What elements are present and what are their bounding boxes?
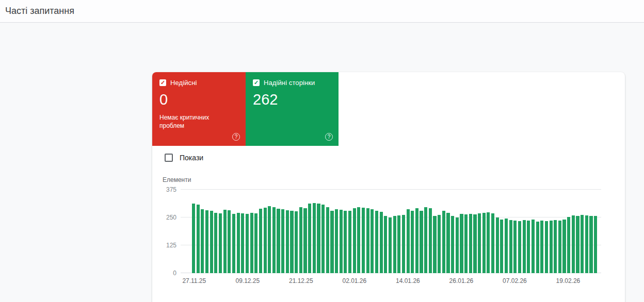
chart-bar[interactable] [540,221,543,273]
chart-bar[interactable] [246,214,249,273]
chart-bar[interactable] [389,217,392,273]
chart-bar[interactable] [572,215,575,273]
chart-bar[interactable] [518,221,521,273]
chart-bar[interactable] [366,208,369,273]
invalid-checkbox[interactable]: ✓ [159,79,166,86]
chart-bar[interactable] [290,211,293,273]
chart-bar[interactable] [407,209,410,273]
chart-bar[interactable] [380,212,383,273]
chart-bar[interactable] [210,211,213,273]
chart-bar[interactable] [487,212,490,273]
chart-bar[interactable] [473,214,476,273]
chart-bar[interactable] [192,204,195,273]
help-icon[interactable]: ? [325,133,333,141]
chart-bar[interactable] [353,208,356,273]
chart-bar[interactable] [429,208,432,273]
chart-bar[interactable] [277,209,280,273]
help-icon[interactable]: ? [232,133,240,141]
chart-bar[interactable] [281,209,284,273]
chart-bar[interactable] [321,205,325,273]
chart-bar[interactable] [223,210,227,273]
chart-bar[interactable] [357,207,360,273]
chart-bar[interactable] [313,203,316,274]
chart-bar[interactable] [589,216,592,273]
chart-bar[interactable] [232,214,235,273]
chart-bar[interactable] [446,213,449,273]
chart-bar[interactable] [228,210,231,273]
chart-bar[interactable] [214,213,217,274]
chart-bar[interactable] [478,213,481,273]
invalid-card[interactable]: ✓ Недійсні 0 Немає критичних проблем ? [152,72,246,146]
chart-bar[interactable] [415,208,418,273]
valid-checkbox[interactable]: ✓ [253,79,260,86]
chart-bar[interactable] [397,215,400,273]
chart-bar[interactable] [505,219,508,273]
chart-bar[interactable] [442,211,445,273]
chart-bar[interactable] [585,215,588,273]
chart-bar[interactable] [259,209,262,273]
chart-bar[interactable] [286,210,289,273]
chart-bar[interactable] [562,220,566,273]
chart-bar[interactable] [254,213,257,273]
chart-bar[interactable] [264,208,267,273]
chart-bar[interactable] [330,211,333,273]
chart-bar[interactable] [348,211,351,273]
chart-bar[interactable] [554,220,557,273]
chart-bar[interactable] [438,215,441,273]
chart-bar[interactable] [545,221,548,273]
valid-card[interactable]: ✓ Надійні сторінки 262 ? [246,72,339,146]
chart-bar[interactable] [344,211,347,273]
chart-bar[interactable] [523,220,526,273]
chart-bar[interactable] [509,220,512,273]
chart-bar[interactable] [500,220,503,273]
chart-bar[interactable] [424,207,427,273]
chart-bar[interactable] [393,216,396,273]
chart-bar[interactable] [527,221,530,273]
chart-bar[interactable] [536,222,539,273]
chart-bar[interactable] [402,215,405,273]
x-tick-label: 27.11.25 [182,277,206,284]
chart-bar[interactable] [299,207,302,273]
chart-bar[interactable] [250,213,253,274]
chart-bar[interactable] [197,205,200,273]
chart-bar[interactable] [433,216,436,273]
chart-bar[interactable] [303,208,307,273]
chart-bar[interactable] [272,207,276,273]
impressions-checkbox[interactable] [165,154,173,162]
chart-bar[interactable] [371,209,374,273]
chart-bar[interactable] [581,215,584,273]
chart-bar[interactable] [268,206,271,273]
chart-bar[interactable] [482,213,486,273]
chart-bar[interactable] [411,211,414,273]
chart-bar[interactable] [532,220,535,273]
chart-bar[interactable] [205,210,208,273]
chart-bar[interactable] [469,214,472,273]
chart-bar[interactable] [460,214,463,273]
chart-bar[interactable] [326,207,329,273]
chart-bar[interactable] [201,209,204,273]
chart-bar[interactable] [558,221,561,273]
chart-bar[interactable] [420,211,423,273]
chart-bar[interactable] [567,217,570,273]
chart-bar[interactable] [456,217,459,273]
chart-bar[interactable] [384,216,387,273]
chart-bar[interactable] [295,211,298,273]
chart-bar[interactable] [237,213,240,273]
chart-bar[interactable] [576,216,579,273]
chart-bar[interactable] [451,216,454,273]
chart-bar[interactable] [464,214,468,273]
chart-bar[interactable] [491,213,494,273]
chart-bar[interactable] [550,221,553,273]
chart-bar[interactable] [219,213,222,273]
chart-bar[interactable] [340,210,343,273]
chart-bar[interactable] [241,213,244,273]
chart-bar[interactable] [317,204,320,273]
chart-bar[interactable] [496,217,499,273]
chart-bar[interactable] [375,211,378,273]
chart-bar[interactable] [308,204,311,273]
chart-bar[interactable] [362,208,365,273]
impressions-toggle[interactable]: Покази [165,154,203,162]
chart-bar[interactable] [513,221,517,273]
chart-bar[interactable] [335,209,338,273]
chart-bar[interactable] [594,216,597,273]
